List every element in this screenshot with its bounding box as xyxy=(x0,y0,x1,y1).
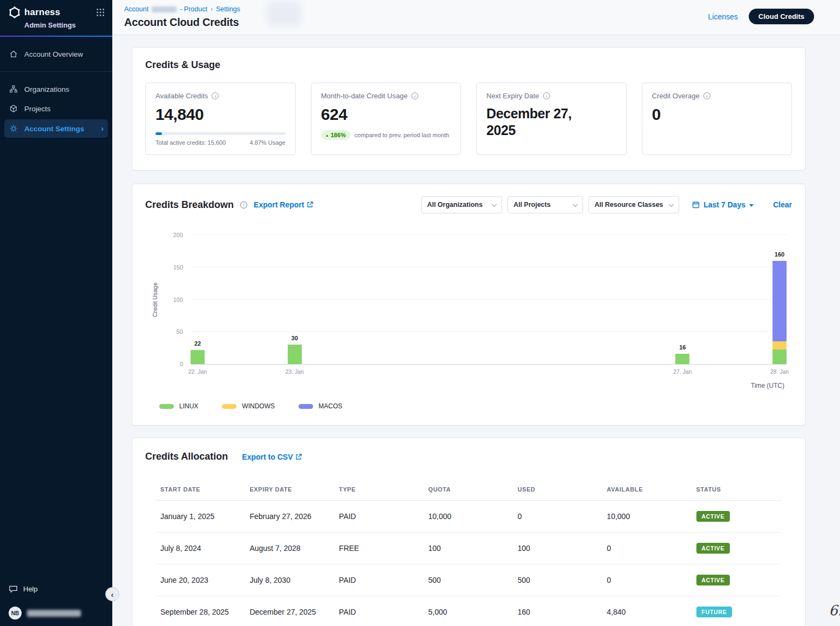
app-grid-icon[interactable] xyxy=(96,8,105,17)
chevron-right-icon: › xyxy=(211,5,213,13)
credits-chart: Credit Usage 0501001502002222. Jan3023. … xyxy=(191,235,787,365)
legend-label: LINUX xyxy=(179,402,198,410)
legend-item-linux[interactable]: LINUX xyxy=(159,402,198,410)
column-header: TYPE xyxy=(335,481,424,501)
table-row[interactable]: June 20, 2023July 8, 2030PAID5005000ACTI… xyxy=(156,564,781,596)
column-header: START DATE xyxy=(156,481,245,501)
projects-filter[interactable]: All Projects xyxy=(507,196,583,213)
cell-status: FUTURE xyxy=(692,596,781,626)
filter-label: All Organizations xyxy=(427,201,483,208)
cell-quota: 100 xyxy=(424,533,513,564)
org-hierarchy-icon xyxy=(9,85,18,93)
next-expiry-card: Next Expiry Date December 27, 2025 xyxy=(476,83,627,155)
cell-expiry-date: August 7, 2028 xyxy=(245,533,334,564)
licenses-link[interactable]: Licenses xyxy=(708,12,738,21)
column-header: QUOTA xyxy=(424,481,513,501)
resource-classes-filter[interactable]: All Resource Classes xyxy=(588,196,679,213)
date-range-picker[interactable]: Last 7 Days xyxy=(692,200,754,209)
cell-type: PAID xyxy=(335,596,424,626)
y-tick-label: 150 xyxy=(173,264,183,271)
x-tick-label: 22. Jan xyxy=(181,368,214,375)
legend-item-macos[interactable]: MACOS xyxy=(299,402,342,410)
header-right: Licenses Cloud Credits xyxy=(708,9,815,24)
breadcrumb-redacted xyxy=(152,6,177,12)
legend-label: MACOS xyxy=(319,402,342,410)
export-report-label: Export Report xyxy=(254,200,304,209)
cell-available: 10,000 xyxy=(602,501,692,533)
sidebar-item-account-settings[interactable]: Account Settings › xyxy=(4,119,108,138)
chevron-down-icon xyxy=(573,201,578,207)
bar-23-jan[interactable] xyxy=(288,235,302,364)
cell-status: ACTIVE xyxy=(692,533,781,564)
cell-quota: 500 xyxy=(424,564,513,596)
breadcrumb-product-link[interactable]: - Product xyxy=(180,5,207,13)
column-header: EXPIRY DATE xyxy=(245,481,334,501)
organizations-filter[interactable]: All Organizations xyxy=(421,196,502,213)
cell-used: 100 xyxy=(513,533,602,564)
cell-type: PAID xyxy=(335,501,424,533)
sidebar-item-account-overview[interactable]: Account Overview xyxy=(0,44,112,64)
credits-progress-bar xyxy=(155,132,286,135)
breadcrumb-account-link[interactable]: Account xyxy=(124,5,148,13)
info-icon[interactable] xyxy=(212,92,219,99)
cell-used: 160 xyxy=(513,596,602,626)
help-button[interactable]: Help xyxy=(9,584,104,594)
handwritten-annotation: 6. xyxy=(829,602,840,618)
sidebar-item-projects[interactable]: Projects xyxy=(0,99,112,118)
bar-segment-linux xyxy=(288,345,302,364)
stat-label: Next Expiry Date xyxy=(486,92,539,100)
export-csv-link[interactable]: Export to CSV xyxy=(242,453,302,461)
mtd-usage-card: Month-to-date Credit Usage 624 186% comp… xyxy=(311,83,462,155)
trend-up-badge: 186% xyxy=(321,130,350,140)
status-badge: ACTIVE xyxy=(696,511,730,522)
user-row[interactable]: NB xyxy=(9,607,104,620)
admin-settings-label: Admin Settings xyxy=(24,21,105,29)
y-tick-label: 0 xyxy=(180,361,183,367)
legend-item-windows[interactable]: WINDOWS xyxy=(222,402,275,410)
avatar[interactable]: NB xyxy=(9,607,22,620)
cell-status: ACTIVE xyxy=(692,564,781,596)
credits-allocation-card: Credits Allocation Export to CSV START D… xyxy=(132,437,805,626)
credit-overage-value: 0 xyxy=(652,105,782,124)
caret-down-icon xyxy=(749,204,754,207)
page-header: Account - Product › Settings Account Clo… xyxy=(112,0,840,35)
bar-value-label: 160 xyxy=(773,251,787,258)
breadcrumb: Account - Product › Settings xyxy=(124,5,240,13)
cell-quota: 10,000 xyxy=(424,501,513,533)
table-row[interactable]: January 1, 2025February 27, 2026PAID10,0… xyxy=(156,501,781,533)
sidebar-collapse-handle[interactable] xyxy=(105,587,119,601)
gridline xyxy=(191,299,787,300)
x-tick-label: 28. Jan xyxy=(763,368,796,375)
sidebar-item-organizations[interactable]: Organizations xyxy=(0,79,112,99)
cube-icon xyxy=(9,104,18,113)
export-report-link[interactable]: Export Report xyxy=(254,200,313,209)
bar-segment-linux xyxy=(773,349,787,364)
table-row[interactable]: July 8, 2024August 7, 2028FREE1001000ACT… xyxy=(156,533,781,564)
info-icon[interactable] xyxy=(411,92,418,99)
info-icon[interactable] xyxy=(240,201,247,208)
table-row[interactable]: September 28, 2025December 27, 2025PAID5… xyxy=(156,596,781,626)
legend-label: WINDOWS xyxy=(242,402,275,410)
cell-start-date: June 20, 2023 xyxy=(156,564,245,596)
sidebar-item-label: Account Overview xyxy=(24,50,83,58)
cloud-credits-button[interactable]: Cloud Credits xyxy=(749,9,814,24)
column-header: USED xyxy=(513,481,602,501)
macos-swatch xyxy=(299,404,313,409)
status-badge: ACTIVE xyxy=(696,543,730,554)
chevron-down-icon xyxy=(669,201,674,207)
cell-status: ACTIVE xyxy=(692,501,781,533)
cell-used: 500 xyxy=(513,564,602,596)
y-axis-title: Credit Usage xyxy=(152,282,158,317)
cell-available: 0 xyxy=(602,564,692,596)
filter-label: All Resource Classes xyxy=(594,201,663,208)
info-icon[interactable] xyxy=(703,92,710,99)
chevron-right-icon: › xyxy=(101,124,104,133)
clear-filters-link[interactable]: Clear xyxy=(773,200,792,209)
mtd-usage-value: 624 xyxy=(321,105,451,124)
breadcrumb-settings-link[interactable]: Settings xyxy=(216,5,240,13)
external-link-icon xyxy=(307,201,313,208)
calendar-icon xyxy=(692,201,700,208)
info-icon[interactable] xyxy=(543,92,550,99)
next-expiry-value: December 27, 2025 xyxy=(486,105,600,139)
x-axis-title: Time (UTC) xyxy=(145,382,784,389)
